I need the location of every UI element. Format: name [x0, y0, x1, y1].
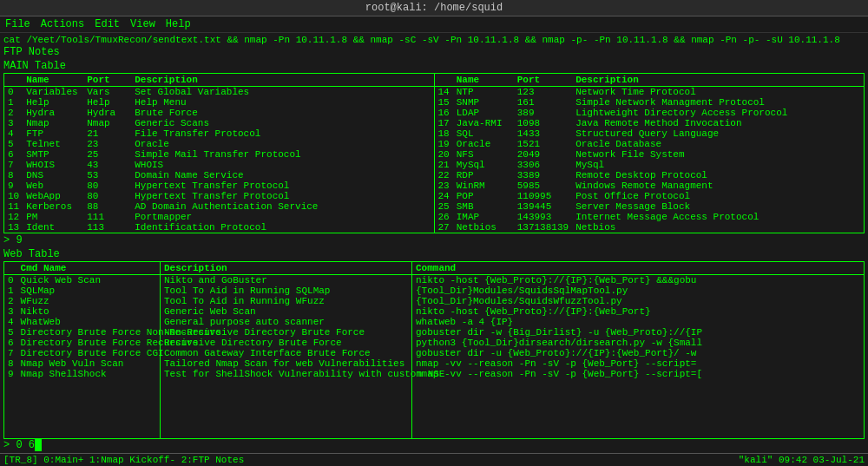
- table-row: 1HelpHelpHelp Menu: [4, 97, 434, 108]
- web-table-row: Recursive Directory Brute Force: [161, 338, 448, 348]
- input-text: > 0 6: [3, 439, 35, 451]
- title-bar: root@kali: /home/squid: [0, 0, 868, 16]
- th-name-l: Name: [23, 74, 83, 87]
- table-row: 13Ident113Identification Protocol: [4, 222, 434, 233]
- table-row: 18SQL1433Structured Query Language: [435, 128, 865, 139]
- table-row: 16LDAP389Lightweight Directory Access Pr…: [435, 108, 865, 118]
- menu-file[interactable]: File: [5, 18, 30, 30]
- table-row: 4FTP21File Transfer Protocol: [4, 128, 434, 139]
- table-row: 24POP110995Post Office Protocol: [435, 191, 865, 201]
- table-row: 9Web80Hypertext Transfer Protocol: [4, 180, 434, 191]
- web-table-row: whatweb -a 4 {IP}: [412, 317, 864, 327]
- main-table-left: Name Port Description 0VariablesVarsSet …: [4, 74, 434, 233]
- cursor: [35, 439, 42, 451]
- table-row: 27Netbios137138139Netbios: [435, 222, 865, 233]
- terminal-content: cat /Yeet/Tools/TmuxRecon/sendtext.txt &…: [0, 33, 868, 453]
- web-table-title: Web Table: [3, 248, 865, 260]
- web-th-desc: Description: [161, 262, 448, 275]
- web-table-row: {Tool_Dir}Modules/SquidsWfuzzTool.py: [412, 296, 864, 306]
- th-num-r: [435, 74, 453, 87]
- menu-actions[interactable]: Actions: [41, 18, 84, 30]
- main-table-title: MAIN Table: [3, 60, 865, 72]
- web-col-desc: Description Nikto and GoBusterTool To Ai…: [161, 262, 412, 438]
- table-row: 23WinRM5985Windows Remote Managment: [435, 180, 865, 191]
- web-table-row: nikto -host {Web_Proto}://{IP}:{Web_Port…: [412, 306, 864, 317]
- th-port-l: Port: [83, 74, 131, 87]
- web-th-num: [4, 262, 17, 275]
- table-row: 10WebApp80Hypertext Transfer Protocol: [4, 191, 434, 201]
- menu-view[interactable]: View: [130, 18, 155, 30]
- prompt-line: > 9: [3, 234, 865, 246]
- table-row: 21MySql3306MySql: [435, 160, 865, 170]
- th-name-r: Name: [453, 74, 514, 87]
- table-row: 5Telnet23Oracle: [4, 139, 434, 149]
- table-row: 6SMTP25Simple Mail Transfer Protocol: [4, 149, 434, 160]
- main-table-right-tbl: Name Port Description 14NTP123Network Ti…: [435, 74, 865, 233]
- web-table-row: Tool To Aid in Running SQLMap: [161, 286, 448, 296]
- th-port-r: Port: [514, 74, 572, 87]
- web-table-row: nmap -vv --reason -Pn -sV -p {Web_Port} …: [412, 358, 864, 369]
- table-row: 0VariablesVarsSet Global Variables: [4, 87, 434, 98]
- web-col-cmd: Command nikto -host {Web_Proto}://{IP}:{…: [412, 262, 864, 438]
- web-col-cmdname: Cmd Name 0Quick Web Scan1SQLMap2WFuzz3Ni…: [4, 262, 161, 438]
- cmd-line: cat /Yeet/Tools/TmuxRecon/sendtext.txt &…: [3, 35, 865, 45]
- menu-edit[interactable]: Edit: [95, 18, 120, 30]
- bottom-bar: [TR_8] 0:Main+ 1:Nmap Kickoff- 2:FTP Not…: [0, 453, 868, 466]
- table-row: 7WHOIS43WHOIS: [4, 160, 434, 170]
- bottom-left: [TR_8] 0:Main+ 1:Nmap Kickoff- 2:FTP Not…: [3, 455, 244, 465]
- bottom-right: "kali" 09:42 03-Jul-21: [739, 455, 865, 465]
- table-row: 26IMAP143993Internet Message Access Prot…: [435, 212, 865, 222]
- th-desc-r: Description: [572, 74, 864, 87]
- table-row: 22RDP3389Remote Desktop Protocol: [435, 170, 865, 180]
- table-row: 8DNS53Domain Name Service: [4, 170, 434, 180]
- web-table-row: Nikto and GoBuster: [161, 275, 448, 286]
- web-table-row: nikto -host {Web_Proto}://{IP}:{Web_Port…: [412, 275, 864, 286]
- table-row: 3NmapNmapGeneric Scans: [4, 118, 434, 128]
- web-table-row: Tool To Aid in Running WFuzz: [161, 296, 448, 306]
- table-row: 19Oracle1521Oracle Database: [435, 139, 865, 149]
- web-table-row: General purpose auto scanner: [161, 317, 448, 327]
- table-row: 15SNMP161Simple Network Managment Protoc…: [435, 97, 865, 108]
- web-table-row: {Tool_Dir}Modules/SquidsSqlMapTool.py: [412, 286, 864, 296]
- main-table-right: Name Port Description 14NTP123Network Ti…: [434, 74, 865, 233]
- table-row: 11Kerberos88AD Domain Authentication Ser…: [4, 201, 434, 212]
- web-table-row: Test for ShellShock Vulnerability with c…: [161, 369, 448, 379]
- web-table-row: Generic Web Scan: [161, 306, 448, 317]
- web-table-row: Tailored Nmap Scan for web Vulnerabiliti…: [161, 358, 448, 369]
- th-desc-l: Description: [131, 74, 433, 87]
- table-row: 2HydraHydraBrute Force: [4, 108, 434, 118]
- web-table-row: python3 {Tool_Dir}dirsearch/dirsearch.py…: [412, 338, 864, 348]
- table-row: 25SMB139445Server Message Block: [435, 201, 865, 212]
- web-tbl-col3: Command nikto -host {Web_Proto}://{IP}:{…: [412, 262, 864, 379]
- input-line[interactable]: > 0 6: [3, 439, 865, 451]
- table-row: 20NFS2049Network File System: [435, 149, 865, 160]
- web-tbl-col2: Description Nikto and GoBusterTool To Ai…: [161, 262, 448, 379]
- main-table: Name Port Description 0VariablesVarsSet …: [3, 73, 865, 233]
- web-table-row: nmap -vv --reason -Pn -sV -p {Web_Port} …: [412, 369, 864, 379]
- web-table-row: gobuster dir -w {Big_Dirlist} -u {Web_Pr…: [412, 327, 864, 338]
- table-row: 12PM111Portmapper: [4, 212, 434, 222]
- menu-help[interactable]: Help: [166, 18, 191, 30]
- title-text: root@kali: /home/squid: [365, 2, 503, 14]
- web-table-row: Non-Recursive Directory Brute Force: [161, 327, 448, 338]
- ftp-notes: FTP Notes: [3, 46, 865, 58]
- table-row: 14NTP123Network Time Protocol: [435, 87, 865, 98]
- web-table-row: gobuster dir -u {Web_Proto}://{IP}:{Web_…: [412, 348, 864, 358]
- menu-bar: File Actions Edit View Help: [0, 16, 868, 33]
- web-table-row: Common Gateway Interface Brute Force: [161, 348, 448, 358]
- web-table: Cmd Name 0Quick Web Scan1SQLMap2WFuzz3Ni…: [3, 261, 865, 439]
- th-num-l: [4, 74, 23, 87]
- table-row: 17Java-RMI1098Java Remote Method Invocat…: [435, 118, 865, 128]
- web-th-cmd: Command: [412, 262, 864, 275]
- main-table-left-tbl: Name Port Description 0VariablesVarsSet …: [4, 74, 434, 233]
